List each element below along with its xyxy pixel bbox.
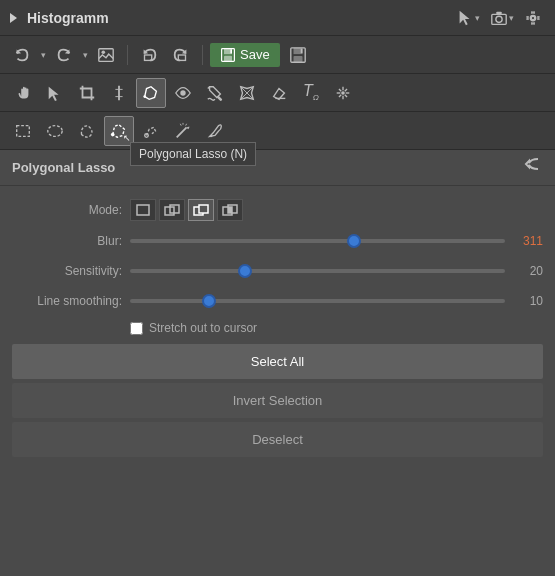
blur-row: Blur: 311 (0, 226, 555, 256)
crop-icon (78, 84, 96, 102)
stretch-label: Stretch out to cursor (149, 321, 257, 335)
cursor-icon-btn[interactable]: ▾ (453, 7, 483, 29)
invert-selection-button[interactable]: Invert Selection (12, 383, 543, 418)
arrow-icon (46, 84, 64, 102)
measure-tool-button[interactable] (104, 78, 134, 108)
select-all-button[interactable]: Select All (12, 344, 543, 379)
toolbar-divider-2 (202, 45, 203, 65)
blur-label: Blur: (12, 234, 122, 248)
cursor-icon (456, 9, 474, 27)
undo-button[interactable] (8, 41, 36, 69)
save-disk-icon (220, 47, 236, 63)
properties-panel: Mode: (0, 186, 555, 469)
rotate-left-icon (140, 46, 158, 64)
line-smoothing-value: 10 (513, 294, 543, 308)
rect-select-button[interactable] (8, 116, 38, 146)
redo-icon (55, 46, 73, 64)
header-bar: Histogramm ▾ ▾ (0, 0, 555, 36)
line-smoothing-label: Line smoothing: (12, 294, 122, 308)
svg-rect-57 (228, 207, 232, 213)
main-tools-row: TΩ (0, 74, 555, 112)
collapse-triangle[interactable] (10, 13, 17, 23)
mode-subtract-button[interactable] (188, 199, 214, 221)
mode-row: Mode: (0, 194, 555, 226)
line-smoothing-slider[interactable] (130, 299, 505, 303)
redo-dropdown-arrow[interactable]: ▾ (83, 50, 88, 60)
mode-replace-button[interactable] (130, 199, 156, 221)
magic-wand-icon (174, 122, 192, 140)
hand-icon (14, 84, 32, 102)
svg-rect-39 (17, 125, 30, 136)
freehand-select-icon (78, 122, 96, 140)
magnetic-lasso-button[interactable] (136, 116, 166, 146)
svg-rect-16 (230, 49, 232, 53)
blur-slider[interactable] (130, 239, 505, 243)
polygon-lasso-button[interactable]: ↖ (104, 116, 134, 146)
ellipse-select-icon (46, 122, 64, 140)
panel-title: Histogramm (27, 10, 453, 26)
undo-icon (13, 46, 31, 64)
eraser-tool-button[interactable] (264, 78, 294, 108)
image-button[interactable] (92, 41, 120, 69)
lasso-polygon-tool-button[interactable] (136, 78, 166, 108)
svg-rect-19 (293, 55, 302, 61)
gear-icon (524, 9, 542, 27)
lasso-polygon-icon (142, 84, 160, 102)
freehand-select-button[interactable] (72, 116, 102, 146)
polygon-lasso-cursor-overlay: ↖ (123, 133, 131, 143)
svg-line-37 (345, 88, 347, 90)
eye-tool-button[interactable] (168, 78, 198, 108)
mode-intersect-icon (222, 203, 238, 217)
mode-subtract-icon (193, 203, 209, 217)
back-button[interactable] (523, 155, 543, 180)
svg-rect-20 (300, 48, 302, 53)
magic-wand-button[interactable] (168, 116, 198, 146)
mesh-tool-button[interactable] (232, 78, 262, 108)
toolbar-row: ▾ ▾ (0, 36, 555, 74)
rotate-right-icon (172, 46, 190, 64)
svg-line-47 (180, 123, 181, 125)
crop-tool-button[interactable] (72, 78, 102, 108)
line-smoothing-row: Line smoothing: 10 (0, 286, 555, 316)
image-icon (97, 46, 115, 64)
save-button[interactable]: Save (210, 43, 280, 67)
redo-button[interactable] (50, 41, 78, 69)
disk-icon-btn[interactable] (284, 41, 312, 69)
svg-rect-15 (224, 55, 232, 61)
stretch-checkbox[interactable] (130, 322, 143, 335)
pen-tool-button[interactable] (200, 116, 230, 146)
sensitivity-value: 20 (513, 264, 543, 278)
text-tool-button[interactable]: TΩ (296, 78, 326, 108)
rotate-right-button[interactable] (167, 41, 195, 69)
gear-icon-btn[interactable] (521, 7, 545, 29)
magnetic-lasso-icon (142, 122, 160, 140)
eraser-icon (270, 84, 288, 102)
star-icon (334, 84, 352, 102)
special-tool-button[interactable] (328, 78, 358, 108)
selection-tools-row: ↖ Polygonal Lasso (N) (0, 112, 555, 150)
text-icon: TΩ (303, 82, 319, 102)
mode-add-button[interactable] (159, 199, 185, 221)
header-icons: ▾ ▾ (453, 7, 545, 29)
mesh-icon (238, 84, 256, 102)
svg-line-35 (339, 88, 341, 90)
arrow-tool-button[interactable] (40, 78, 70, 108)
mode-intersect-button[interactable] (217, 199, 243, 221)
svg-rect-7 (99, 48, 113, 61)
active-tool-name-label: Polygonal Lasso (12, 160, 523, 175)
fill-tool-button[interactable] (200, 78, 230, 108)
toolbar-divider-1 (127, 45, 128, 65)
sensitivity-slider[interactable] (130, 269, 505, 273)
svg-point-4 (531, 16, 535, 20)
eye-icon (174, 84, 192, 102)
deselect-button[interactable]: Deselect (12, 422, 543, 457)
camera-icon-btn[interactable]: ▾ (487, 7, 517, 29)
svg-line-38 (339, 94, 341, 96)
undo-dropdown-arrow[interactable]: ▾ (41, 50, 46, 60)
hand-tool-button[interactable] (8, 78, 38, 108)
blur-value: 311 (513, 234, 543, 248)
stretch-row: Stretch out to cursor (0, 316, 555, 340)
ellipse-select-button[interactable] (40, 116, 70, 146)
rotate-left-button[interactable] (135, 41, 163, 69)
svg-point-40 (48, 125, 62, 136)
